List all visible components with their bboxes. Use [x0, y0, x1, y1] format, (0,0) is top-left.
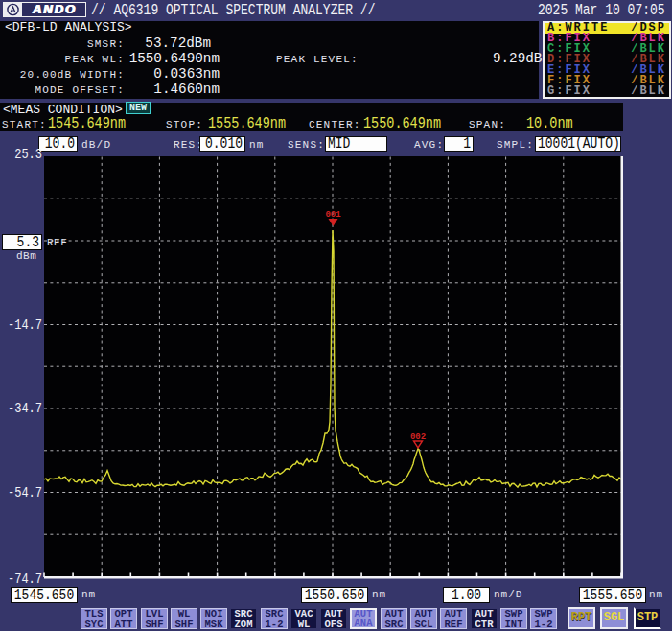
svg-text:001: 001 [325, 210, 341, 220]
